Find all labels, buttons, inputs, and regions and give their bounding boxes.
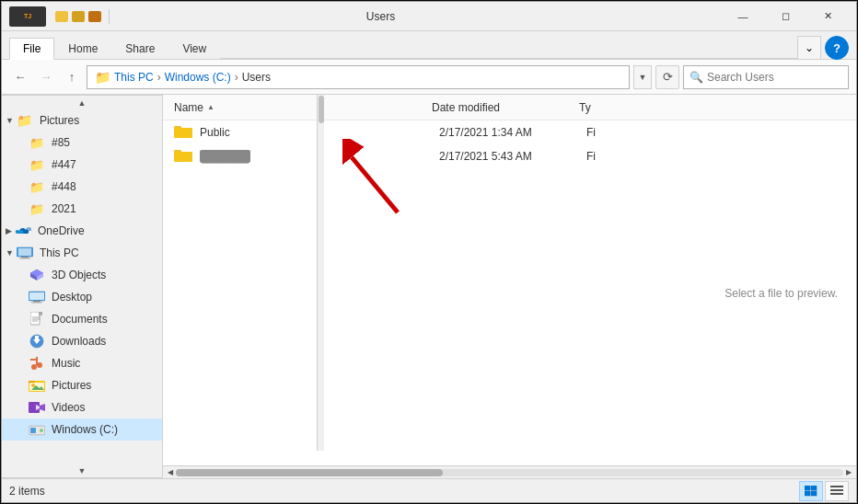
sidebar-item-videos[interactable]: Videos — [2, 396, 162, 418]
address-box[interactable]: 📁 This PC › Windows (C:) › Users — [87, 65, 630, 89]
hscroll-left[interactable]: ◀ — [165, 467, 176, 478]
horizontal-scrollbar[interactable]: ◀ ▶ — [163, 465, 856, 478]
search-input[interactable] — [707, 71, 842, 84]
sidebar-label-2021: 2021 — [52, 202, 76, 215]
col-header-type[interactable]: Ty — [579, 101, 591, 114]
hscroll-right[interactable]: ▶ — [843, 467, 854, 478]
sidebar-scroll-up[interactable]: ▲ — [2, 95, 162, 109]
sidebar-item-85[interactable]: 📁 #85 — [2, 132, 162, 154]
ribbon-tabs: File Home Share View ⌄ ? — [2, 31, 856, 59]
search-box[interactable]: 🔍 — [683, 65, 849, 89]
minimize-button[interactable]: — — [722, 2, 764, 31]
svg-rect-13 — [39, 312, 42, 315]
sidebar-scrollbar[interactable] — [317, 95, 324, 451]
svg-rect-45 — [811, 491, 817, 496]
chevron-down-icon: ▼ — [6, 116, 14, 125]
sidebar-item-pictures-header[interactable]: ▼ 📁 Pictures — [2, 109, 162, 132]
svg-rect-47 — [830, 489, 843, 491]
table-row[interactable]: ██████ 2/17/2021 5:43 AM Fi — [163, 144, 856, 168]
address-bar: ← → ↑ 📁 This PC › Windows (C:) › Users ▼… — [2, 60, 856, 95]
sidebar-label-downloads: Downloads — [52, 335, 106, 348]
sidebar-scroll-down[interactable]: ▼ — [2, 464, 162, 478]
folder-icon-2021: 📁 — [28, 201, 46, 216]
svg-rect-2 — [21, 257, 29, 258]
svg-rect-3 — [19, 258, 30, 259]
sidebar-label-onedrive: OneDrive — [38, 224, 85, 237]
col-header-name[interactable]: Name ▲ — [174, 101, 432, 114]
sidebar-label-windowsc: Windows (C:) — [52, 423, 118, 436]
thispc-icon — [16, 246, 34, 260]
preview-text: Select a file to preview. — [725, 287, 838, 300]
file-list: Public 2/17/2021 1:34 AM Fi — [163, 120, 856, 465]
videos-icon — [28, 400, 46, 415]
hscroll-thumb[interactable] — [176, 469, 443, 476]
ribbon: File Home Share View ⌄ ? — [2, 31, 856, 60]
svg-rect-22 — [36, 357, 38, 365]
address-dropdown-button[interactable]: ▼ — [633, 65, 652, 89]
sidebar-label-music: Music — [52, 357, 80, 370]
svg-rect-8 — [29, 292, 44, 300]
svg-rect-9 — [33, 301, 41, 303]
breadcrumb-drive[interactable]: Windows (C:) — [165, 71, 231, 84]
sidebar-label-448: #448 — [52, 180, 76, 193]
file-date-public: 2/17/2021 1:34 AM — [439, 126, 586, 139]
status-bar: 2 items — [2, 478, 856, 502]
breadcrumb-thispc[interactable]: This PC — [114, 71, 154, 84]
svg-rect-48 — [830, 493, 843, 495]
sidebar-scroll: ▼ 📁 Pictures 📁 #85 📁 #447 📁 — [2, 109, 162, 464]
sidebar-label-85: #85 — [52, 136, 70, 149]
tab-file[interactable]: File — [9, 38, 54, 60]
col-header-date[interactable]: Date modified — [432, 101, 579, 114]
3dobjects-icon — [28, 268, 46, 282]
sidebar-item-downloads[interactable]: Downloads — [2, 330, 162, 352]
view-buttons — [799, 481, 849, 501]
sidebar-label-desktop: Desktop — [52, 291, 92, 304]
status-item-count: 2 items — [9, 485, 45, 498]
svg-rect-42 — [805, 486, 810, 490]
view-list-button[interactable] — [825, 481, 849, 501]
sidebar-item-desktop[interactable]: Desktop — [2, 286, 162, 308]
table-row[interactable]: Public 2/17/2021 1:34 AM Fi — [163, 120, 856, 144]
close-button[interactable]: ✕ — [806, 2, 849, 31]
sidebar-item-pictures[interactable]: Pictures — [2, 374, 162, 396]
ribbon-expand-button[interactable]: ⌄ — [797, 36, 821, 60]
sidebar-label-documents: Documents — [52, 313, 108, 326]
hscroll-track[interactable] — [176, 469, 843, 476]
help-button[interactable]: ? — [825, 36, 849, 60]
folder-icon-447: 📁 — [28, 157, 46, 172]
search-icon: 🔍 — [690, 71, 703, 84]
forward-button[interactable]: → — [35, 66, 57, 88]
sidebar-item-music[interactable]: Music — [2, 352, 162, 374]
up-button[interactable]: ↑ — [61, 66, 83, 88]
svg-rect-43 — [811, 486, 817, 490]
folder-icon-public — [174, 123, 192, 142]
sidebar-item-3dobjects[interactable]: 3D Objects — [2, 264, 162, 286]
drive-icon — [28, 422, 46, 437]
sidebar-item-documents[interactable]: Documents — [2, 308, 162, 330]
file-column-headers: Name ▲ Date modified Ty — [163, 95, 856, 120]
breadcrumb-current: Users — [242, 71, 271, 84]
sidebar-item-2021[interactable]: 📁 2021 — [2, 198, 162, 220]
sidebar-label-447: #447 — [52, 158, 76, 171]
sidebar-item-onedrive[interactable]: ▶ OneDrive — [2, 220, 162, 242]
view-details-button[interactable] — [799, 481, 823, 501]
sidebar-item-windows-c[interactable]: Windows (C:) — [2, 418, 162, 441]
svg-rect-11 — [30, 312, 40, 325]
column-headers: Name ▲ Date modified Ty — [174, 101, 845, 114]
back-button[interactable]: ← — [9, 66, 31, 88]
sidebar-item-thispc-header[interactable]: ▼ This PC — [2, 242, 162, 264]
sidebar-item-448[interactable]: 📁 #448 — [2, 176, 162, 198]
title-bar: TJ Users — ◻ ✕ — [2, 2, 856, 31]
tab-home[interactable]: Home — [54, 38, 111, 59]
tab-view[interactable]: View — [168, 38, 220, 59]
svg-rect-37 — [174, 128, 192, 138]
documents-icon — [28, 312, 46, 326]
svg-rect-46 — [830, 486, 843, 487]
svg-rect-10 — [31, 303, 42, 304]
maximize-button[interactable]: ◻ — [764, 2, 806, 31]
sidebar-label-thispc: This PC — [40, 246, 79, 259]
svg-rect-23 — [30, 359, 38, 361]
sidebar-item-447[interactable]: 📁 #447 — [2, 154, 162, 176]
tab-share[interactable]: Share — [111, 38, 168, 59]
refresh-button[interactable]: ⟳ — [655, 65, 679, 89]
